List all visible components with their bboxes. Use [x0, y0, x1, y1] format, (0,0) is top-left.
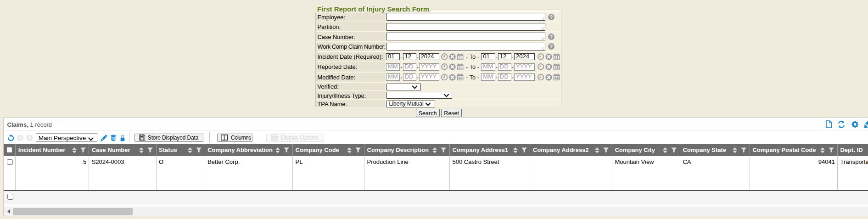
svg-text:?: ?: [550, 14, 553, 19]
svg-text:?: ?: [550, 44, 553, 49]
svg-text:?: ?: [550, 34, 553, 39]
